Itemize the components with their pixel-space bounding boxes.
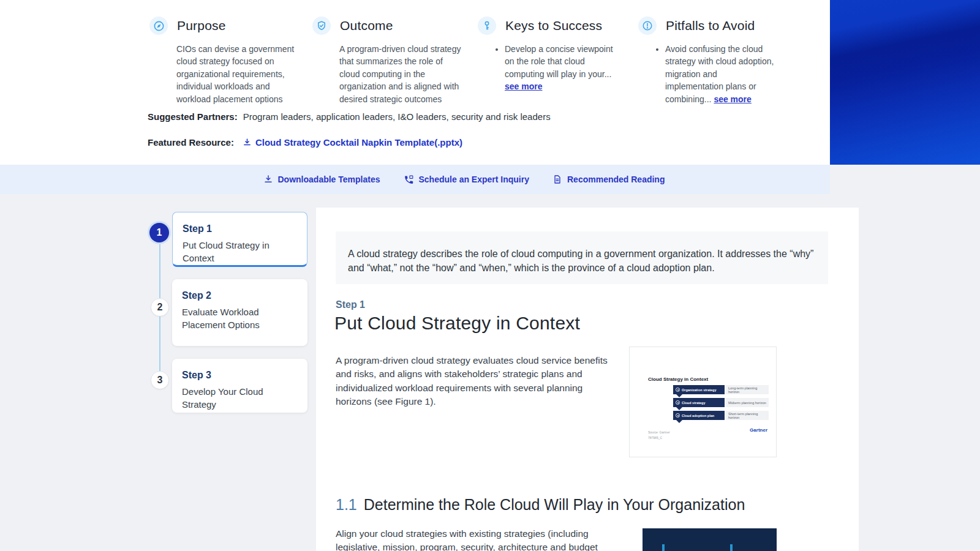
step-card-2[interactable]: Step 2 Evaluate Workload Placement Optio… xyxy=(172,279,307,346)
suggested-partners-label: Suggested Partners: xyxy=(148,111,238,122)
gear-icon xyxy=(676,388,680,392)
key-icon xyxy=(478,17,496,35)
download-icon xyxy=(243,138,252,147)
step-card-3-subtitle: Develop Your Cloud Strategy xyxy=(182,385,298,411)
keys-to-success-item: Develop a concise viewpoint on the role … xyxy=(505,43,616,93)
section-number: 1.1 xyxy=(336,496,357,514)
action-bar-right-filler xyxy=(830,165,980,194)
figure-row: Cloud strategy Midterm planning horizon xyxy=(673,398,769,407)
step-card-1-title: Step 1 xyxy=(183,223,297,234)
gartner-logo: Gartner xyxy=(750,427,767,433)
outcome-column: Outcome A program-driven cloud strategy … xyxy=(312,17,468,105)
chart-icon xyxy=(676,413,680,418)
section-title: Determine the Role Cloud Will Play in Yo… xyxy=(364,496,745,514)
intro-paragraph: A program-driven cloud strategy evaluate… xyxy=(336,354,610,409)
pitfalls-item: Avoid confusing the cloud strategy with … xyxy=(665,43,777,105)
figure-row: Organization strategy Long-term planning… xyxy=(673,385,769,394)
suggested-partners-row: Suggested Partners: Program leaders, app… xyxy=(148,111,551,122)
featured-resource-label: Featured Resource: xyxy=(148,137,234,148)
see-more-link[interactable]: see more xyxy=(714,94,751,104)
compass-icon xyxy=(149,17,168,35)
recommended-reading-link[interactable]: Recommended Reading xyxy=(552,174,665,184)
step-card-2-title: Step 2 xyxy=(182,290,298,301)
step-2-indicator[interactable]: 2 xyxy=(151,298,169,317)
keys-to-success-column: Keys to Success Develop a concise viewpo… xyxy=(478,17,633,93)
network-icon xyxy=(676,400,680,405)
purpose-title: Purpose xyxy=(177,18,226,33)
step-eyebrow: Step 1 xyxy=(336,299,365,310)
step-1-indicator[interactable]: 1 xyxy=(149,223,169,242)
document-icon xyxy=(552,174,562,184)
action-bar: Downloadable Templates Schedule an Exper… xyxy=(0,165,830,194)
pitfalls-column: Pitfalls to Avoid Avoid confusing the cl… xyxy=(638,17,794,105)
figure-diagram: Organization strategy Long-term planning… xyxy=(673,385,769,424)
phone-icon xyxy=(404,174,414,185)
figure-2-thumbnail[interactable] xyxy=(643,528,777,551)
decorative-gradient-banner xyxy=(830,0,980,165)
step-card-3-title: Step 3 xyxy=(182,370,298,381)
purpose-body: CIOs can devise a government cloud strat… xyxy=(176,43,303,105)
section-paragraph: Align your cloud strategies with existin… xyxy=(336,527,614,551)
step-card-3[interactable]: Step 3 Develop Your Cloud Strategy xyxy=(172,359,307,413)
schedule-expert-inquiry-link[interactable]: Schedule an Expert Inquiry xyxy=(404,174,530,185)
figure-row: Cloud adoption plan Short-term planning … xyxy=(673,411,769,420)
figure-1-thumbnail[interactable]: Cloud Strategy in Context Organization s… xyxy=(629,347,777,457)
step-card-2-subtitle: Evaluate Workload Placement Options xyxy=(182,305,298,332)
purpose-column: Purpose CIOs can devise a government clo… xyxy=(149,17,305,105)
step-card-1[interactable]: Step 1 Put Cloud Strategy in Context xyxy=(172,212,307,267)
chart-bar xyxy=(662,544,665,551)
page: Purpose CIOs can devise a government clo… xyxy=(0,0,980,551)
downloadable-templates-link[interactable]: Downloadable Templates xyxy=(263,174,380,184)
step-card-1-subtitle: Put Cloud Strategy in Context xyxy=(183,239,297,265)
featured-resource-link[interactable]: Cloud Strategy Cocktail Napkin Template(… xyxy=(243,137,462,148)
see-more-link[interactable]: see more xyxy=(505,81,542,91)
alert-icon xyxy=(638,17,657,35)
pitfalls-title: Pitfalls to Avoid xyxy=(666,18,755,33)
featured-resource-row: Featured Resource: Cloud Strategy Cockta… xyxy=(148,137,462,148)
pitfalls-list: Avoid confusing the cloud strategy with … xyxy=(657,43,777,105)
download-icon xyxy=(263,174,273,184)
outcome-title: Outcome xyxy=(340,18,393,33)
suggested-partners-value: Program leaders, application leaders, I&… xyxy=(243,111,551,122)
figure-title: Cloud Strategy in Context xyxy=(648,377,708,382)
section-heading: 1.1 Determine the Role Cloud Will Play i… xyxy=(336,496,745,514)
chart-bar xyxy=(730,544,733,551)
shield-check-icon xyxy=(312,17,331,35)
keys-to-success-list: Develop a concise viewpoint on the role … xyxy=(496,43,616,93)
outcome-body: A program-driven cloud strategy that sum… xyxy=(339,43,466,105)
page-title: Put Cloud Strategy in Context xyxy=(334,313,580,334)
step-3-indicator[interactable]: 3 xyxy=(151,371,169,389)
definition-callout: A cloud strategy describes the role of c… xyxy=(336,231,828,284)
figure-source-note: Source: Gartner 787985_C xyxy=(648,430,670,440)
keys-to-success-title: Keys to Success xyxy=(505,18,602,33)
